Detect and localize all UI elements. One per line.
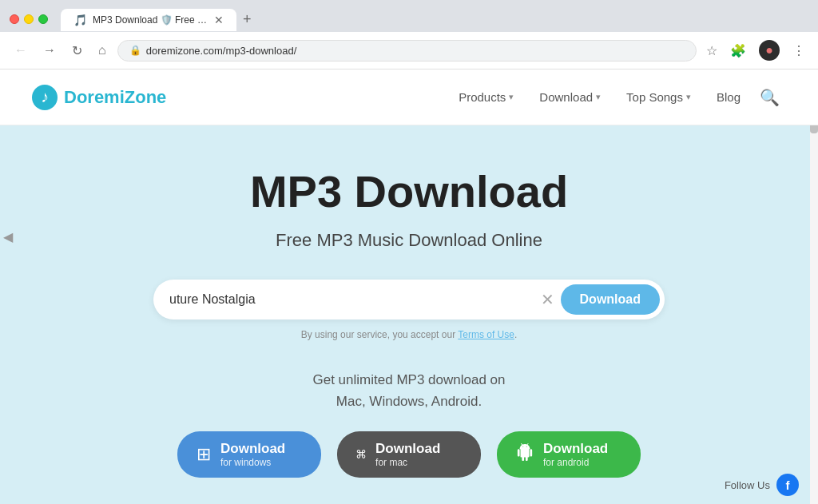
windows-download-label: Download xyxy=(220,441,285,457)
new-tab-button[interactable]: + xyxy=(236,8,258,31)
mac-download-label: Download xyxy=(375,441,440,457)
nav-label-download: Download xyxy=(539,90,593,104)
follow-us-section: Follow Us f xyxy=(725,474,799,496)
lock-icon: 🔒 xyxy=(129,45,141,56)
platform-section: Get unlimited MP3 download on Mac, Windo… xyxy=(16,369,802,478)
scroll-left-arrow[interactable]: ◀ xyxy=(3,229,13,244)
tab-favicon-icon: 🎵 xyxy=(73,14,86,26)
android-icon xyxy=(516,443,534,466)
nav-item-blog[interactable]: Blog xyxy=(704,84,753,110)
terms-suffix: . xyxy=(514,329,517,340)
nav-menu: Products ▾ Download ▾ Top Songs ▾ Blog 🔍 xyxy=(446,81,786,113)
close-button[interactable] xyxy=(10,14,19,24)
download-windows-button[interactable]: ⊞ Download for windows xyxy=(177,431,321,478)
chevron-down-icon: ▾ xyxy=(509,92,514,102)
nav-item-download[interactable]: Download ▾ xyxy=(526,84,614,110)
nav-item-products[interactable]: Products ▾ xyxy=(446,84,526,110)
browser-titlebar: 🎵 MP3 Download 🛡️ Free MP3 M... ✕ + xyxy=(0,0,818,32)
bookmark-icon[interactable]: ☆ xyxy=(703,40,721,62)
download-buttons: ⊞ Download for windows ⌘ Download for ma… xyxy=(16,431,802,478)
search-input[interactable] xyxy=(169,292,534,307)
browser-toolbar: ← → ↻ ⌂ 🔒 doremizone.com/mp3-download/ ☆… xyxy=(0,32,818,69)
tab-title: MP3 Download 🛡️ Free MP3 M... xyxy=(93,14,208,26)
page-content: ◀ ♪ DoremiZone Products ▾ Download ▾ xyxy=(0,69,818,504)
maximize-button[interactable] xyxy=(38,14,48,24)
search-icon-button[interactable]: 🔍 xyxy=(753,81,786,113)
platform-text: Get unlimited MP3 download on Mac, Windo… xyxy=(16,369,802,412)
search-bar: ✕ Download xyxy=(153,280,665,319)
chevron-down-icon-3: ▾ xyxy=(686,92,691,102)
windows-btn-text: Download for windows xyxy=(220,441,285,468)
address-bar[interactable]: 🔒 doremizone.com/mp3-download/ xyxy=(117,40,697,62)
logo-link[interactable]: ♪ DoremiZone xyxy=(32,85,166,110)
logo-icon: ♪ xyxy=(32,85,58,110)
platform-line1: Get unlimited MP3 download on xyxy=(313,372,506,387)
windows-sub-label: for windows xyxy=(220,457,285,468)
search-clear-button[interactable]: ✕ xyxy=(534,290,561,309)
extensions-icon[interactable]: 🧩 xyxy=(727,40,749,62)
download-mac-button[interactable]: ⌘ Download for mac xyxy=(337,431,481,478)
nav-label-products: Products xyxy=(459,90,506,104)
download-android-button[interactable]: Download for android xyxy=(497,431,641,478)
mac-icon: ⌘ xyxy=(356,445,366,464)
toolbar-icons: ☆ 🧩 ● ⋮ xyxy=(703,37,808,64)
terms-link[interactable]: Terms of Use xyxy=(458,329,514,340)
reload-button[interactable]: ↻ xyxy=(67,40,87,62)
menu-icon[interactable]: ⋮ xyxy=(789,40,808,62)
platform-line2: Mac, Windows, Android. xyxy=(336,394,482,409)
profile-icon[interactable]: ● xyxy=(756,37,783,64)
mac-btn-text: Download for mac xyxy=(375,441,440,468)
android-download-label: Download xyxy=(543,441,608,457)
chevron-down-icon-2: ▾ xyxy=(596,92,601,102)
search-download-button[interactable]: Download xyxy=(561,284,660,315)
windows-icon: ⊞ xyxy=(197,444,211,465)
android-sub-label: for android xyxy=(543,457,608,468)
hero-subtitle: Free MP3 Music Download Online xyxy=(16,230,802,251)
minimize-button[interactable] xyxy=(24,14,34,24)
nav-label-top-songs: Top Songs xyxy=(626,90,683,104)
browser-tabs: 🎵 MP3 Download 🛡️ Free MP3 M... ✕ + xyxy=(61,8,808,31)
android-btn-text: Download for android xyxy=(543,441,608,468)
tab-close-icon[interactable]: ✕ xyxy=(214,14,224,26)
follow-us-label: Follow Us xyxy=(725,479,770,491)
forward-button[interactable]: → xyxy=(38,40,61,61)
browser-window: 🎵 MP3 Download 🛡️ Free MP3 M... ✕ + ← → … xyxy=(0,0,818,504)
facebook-icon[interactable]: f xyxy=(776,474,799,496)
mac-sub-label: for mac xyxy=(375,457,440,468)
site-navbar: ♪ DoremiZone Products ▾ Download ▾ Top S… xyxy=(0,69,818,125)
profile-avatar: ● xyxy=(759,40,780,61)
active-tab[interactable]: 🎵 MP3 Download 🛡️ Free MP3 M... ✕ xyxy=(61,9,236,31)
window-controls xyxy=(10,14,48,24)
terms-prefix: By using our service, you accept our xyxy=(301,329,459,340)
back-button[interactable]: ← xyxy=(10,40,32,61)
terms-text: By using our service, you accept our Ter… xyxy=(16,329,802,340)
hero-title: MP3 Download xyxy=(16,165,802,217)
scrollbar-track[interactable] xyxy=(810,69,818,504)
nav-label-blog: Blog xyxy=(717,90,741,104)
logo-text: DoremiZone xyxy=(64,87,166,108)
nav-item-top-songs[interactable]: Top Songs ▾ xyxy=(614,84,704,110)
home-button[interactable]: ⌂ xyxy=(93,40,111,61)
url-text: doremizone.com/mp3-download/ xyxy=(146,45,685,57)
hero-section: MP3 Download Free MP3 Music Download Onl… xyxy=(0,125,818,504)
